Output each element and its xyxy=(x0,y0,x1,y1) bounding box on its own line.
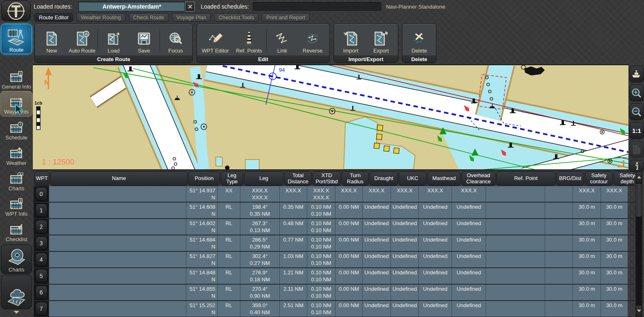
cell-name[interactable] xyxy=(49,235,186,251)
cell-turn-radius[interactable]: XXX.X xyxy=(336,186,363,202)
cell-safety-depth[interactable]: 30.0 m xyxy=(601,219,628,235)
cell-position[interactable]: 51° 14.602 N004° 24.106 E xyxy=(186,219,218,235)
cell-safety-contour[interactable]: 30.0 m xyxy=(573,252,601,267)
tab-print-and-report[interactable]: Print and Report xyxy=(262,13,310,22)
cell-name[interactable] xyxy=(49,203,186,218)
scrollbar-track[interactable] xyxy=(636,183,642,305)
sidebar-item-route[interactable]: Route xyxy=(1,24,32,54)
cell-brg-dist[interactable] xyxy=(545,252,573,267)
nautical-chart[interactable]: 94 xyxy=(33,64,628,170)
cell-leg-type[interactable]: RL xyxy=(218,301,240,317)
wpt-number-cell[interactable]: 6 xyxy=(34,285,49,300)
cell-brg-dist[interactable] xyxy=(545,285,573,300)
cell-turn-radius[interactable]: 0.00 NM xyxy=(336,285,363,300)
cell-brg-dist[interactable] xyxy=(545,301,573,317)
column-header-name[interactable]: Name xyxy=(50,171,187,186)
cell-ref-point[interactable] xyxy=(486,252,545,267)
cell-leg[interactable]: 276.9°0.18 NM xyxy=(240,268,280,284)
cell-position[interactable]: 51° 14.827 N004° 23.306 E xyxy=(186,252,218,267)
cell-overhead-clearance[interactable]: Undefined xyxy=(452,219,486,235)
cell-draught[interactable]: Undefined xyxy=(363,301,391,317)
tab-check-route[interactable]: Check Route xyxy=(129,13,169,22)
cell-ukc[interactable]: Undefined xyxy=(391,219,419,235)
cell-leg[interactable]: 302.4°0.27 NM xyxy=(240,252,280,267)
sidebar-expand-chevron-icon[interactable] xyxy=(14,311,19,314)
column-header-position[interactable]: Position xyxy=(188,171,220,186)
wpt-editor-button[interactable]: WPT Editor xyxy=(199,25,232,55)
table-scrollbar[interactable] xyxy=(635,171,642,317)
cell-masthead[interactable]: Undefined xyxy=(419,252,452,267)
cell-masthead[interactable]: Undefined xyxy=(419,235,452,251)
cell-total-distance[interactable]: 1.03 NM xyxy=(280,252,307,267)
reverse-button[interactable]: Reverse xyxy=(297,25,328,55)
sidebar-item-schedule[interactable]: Schedule xyxy=(0,116,32,142)
cell-safety-depth[interactable]: 30.0 m xyxy=(601,268,628,284)
cell-leg-type[interactable]: RL xyxy=(218,219,240,235)
sidebar-item-wpt-info[interactable]: i WPT Info xyxy=(0,193,32,218)
cell-total-distance[interactable]: 0.48 NM xyxy=(280,219,307,235)
sidebar-item-charts-table[interactable]: Charts xyxy=(0,167,32,193)
cell-overhead-clearance[interactable]: Undefined xyxy=(452,203,486,218)
cell-turn-radius[interactable]: 0.00 NM xyxy=(336,235,363,251)
cell-ukc[interactable]: Undefined xyxy=(391,301,419,317)
cell-draught[interactable]: Undefined xyxy=(363,268,391,284)
cell-total-distance[interactable]: 0.77 NM xyxy=(280,235,307,251)
tab-voyage-plan[interactable]: Voyage Plan xyxy=(172,13,211,22)
wpt-number-button[interactable]: 7 xyxy=(35,302,48,316)
wpt-number-cell[interactable]: 1 xyxy=(34,203,49,218)
cell-draught[interactable]: Undefined xyxy=(363,219,391,235)
zoom-in-button[interactable] xyxy=(629,84,644,101)
tab-route-editor[interactable]: Route Editor xyxy=(34,13,73,22)
cell-safety-contour[interactable]: 30.0 m xyxy=(573,285,601,300)
column-header-wpt[interactable]: WPT xyxy=(34,171,50,186)
chart-view-button[interactable] xyxy=(629,141,644,158)
cell-overhead-clearance[interactable]: XXX.X xyxy=(452,186,486,202)
cell-ref-point[interactable] xyxy=(486,285,545,300)
sidebar-item-charts[interactable]: Charts xyxy=(1,244,32,274)
column-header-safety-depth[interactable]: Safety depth xyxy=(614,171,635,186)
cell-masthead[interactable]: Undefined xyxy=(419,203,452,218)
cell-turn-radius[interactable]: 0.00 NM xyxy=(336,252,363,267)
cell-leg[interactable]: 270.4°0.90 NM xyxy=(240,285,280,300)
cell-total-distance[interactable]: 2.11 NM xyxy=(280,285,307,300)
link-button[interactable]: Link xyxy=(267,25,297,55)
own-ship-button[interactable] xyxy=(629,66,644,82)
loaded-schedule-field[interactable] xyxy=(252,2,382,11)
cell-brg-dist[interactable] xyxy=(545,186,573,202)
cell-position[interactable]: 51° 14.608 N004° 24.312 E xyxy=(186,203,218,218)
cell-position[interactable]: 51° 14.684 N004° 23.665 E xyxy=(186,235,218,251)
cell-safety-depth[interactable]: XXX.X xyxy=(601,186,628,202)
wpt-number-button[interactable]: 6 xyxy=(35,285,48,299)
wpt-number-button[interactable]: 1 xyxy=(35,203,48,217)
cell-safety-contour[interactable]: 30.0 m xyxy=(573,301,601,317)
cell-safety-depth[interactable]: 30.0 m xyxy=(601,235,628,251)
cell-ukc[interactable]: Undefined xyxy=(391,252,419,267)
cell-overhead-clearance[interactable]: Undefined xyxy=(452,301,486,317)
cell-name[interactable] xyxy=(49,268,186,284)
cell-draught[interactable]: Undefined xyxy=(363,203,391,218)
cell-ref-point[interactable] xyxy=(486,268,545,284)
cell-ukc[interactable]: Undefined xyxy=(391,235,419,251)
column-header-leg[interactable]: Leg xyxy=(244,171,283,186)
sidebar-item-weather[interactable]: Weather xyxy=(0,142,32,167)
cell-xtd-port-stbd[interactable]: 0.10 NM0.10 NM xyxy=(307,203,336,218)
transas-logo[interactable] xyxy=(1,0,31,21)
cell-xtd-port-stbd[interactable]: 0.10 NM0.10 NM xyxy=(307,285,336,300)
cell-name[interactable] xyxy=(49,186,186,202)
column-header-turn-radius[interactable]: Turn Radius xyxy=(342,171,369,186)
cell-name[interactable] xyxy=(49,252,186,267)
cell-turn-radius[interactable]: 0.00 NM xyxy=(336,203,363,218)
cell-leg-type[interactable]: RL xyxy=(218,285,240,300)
wpt-number-cell[interactable]: 3 xyxy=(34,235,49,251)
cell-safety-depth[interactable]: 30.0 m xyxy=(601,203,628,218)
import-button[interactable]: Import xyxy=(336,25,366,55)
column-header-brg-dist[interactable]: BRG/Dist xyxy=(556,171,584,186)
cell-turn-radius[interactable]: 0.00 NM xyxy=(336,219,363,235)
ref-points-button[interactable]: Ref. Points xyxy=(232,25,266,55)
cell-leg-type[interactable]: RL xyxy=(218,235,240,251)
loaded-route-field[interactable]: Antwerp-Amsterdam* xyxy=(78,2,185,11)
column-header-draught[interactable]: Draught xyxy=(370,171,398,186)
cell-draught[interactable]: Undefined xyxy=(363,252,391,267)
cell-turn-radius[interactable]: 0.00 NM xyxy=(336,268,363,284)
wpt-number-cell[interactable]: 5 xyxy=(34,268,49,284)
